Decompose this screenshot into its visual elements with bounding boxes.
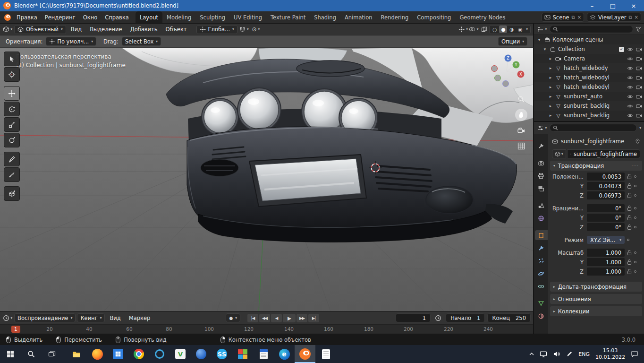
tab-object-properties[interactable]	[535, 230, 548, 240]
timeline-editor-type-button[interactable]: ▾	[2, 313, 13, 322]
animate-dot[interactable]	[634, 251, 636, 254]
transform-orientation-dropdown[interactable]: Глоба... ▾	[196, 25, 237, 34]
delete-scene-icon[interactable]: ×	[577, 15, 581, 20]
animate-dot[interactable]	[634, 194, 636, 197]
location-y-field[interactable]: 0.04073	[587, 182, 625, 190]
tab-output-properties[interactable]	[535, 171, 548, 181]
drag-mode-dropdown[interactable]: Select Box ▾	[122, 37, 161, 46]
menu-object[interactable]: Объект	[162, 26, 190, 33]
lock-icon[interactable]	[627, 268, 632, 275]
pan-gizmo-button[interactable]	[515, 109, 527, 121]
play-reverse-button[interactable]: ◀	[271, 314, 282, 322]
tab-layout[interactable]: Layout	[136, 11, 162, 23]
gizmos-toggle[interactable]: ▾	[458, 25, 468, 34]
outliner-item-mesh[interactable]: ▸ ▽ sunburst_backlig	[534, 111, 644, 120]
transform-panel-header[interactable]: ▾ Трансформация ····	[550, 161, 642, 171]
tab-shading[interactable]: Shading	[310, 11, 340, 23]
snap-toggle[interactable]: ▾	[239, 25, 249, 34]
shading-solid-button[interactable]: ●	[499, 26, 507, 33]
outliner-item-mesh[interactable]: ▸ ▽ sunburst_auto	[534, 92, 644, 101]
rotation-z-field[interactable]: 0°	[587, 223, 625, 231]
tab-tool-properties[interactable]	[535, 141, 548, 151]
outliner-root-row[interactable]: ▾ Коллекция сцены	[534, 35, 644, 44]
axis-neg-y-handle[interactable]	[495, 75, 501, 81]
lock-icon[interactable]	[627, 192, 632, 199]
ccleaner-icon[interactable]	[149, 345, 170, 363]
tab-object-data-properties[interactable]	[535, 298, 548, 308]
animate-dot[interactable]	[634, 207, 636, 209]
utorrent-icon[interactable]	[191, 345, 212, 363]
tab-compositing[interactable]: Compositing	[413, 11, 455, 23]
outliner-search-input[interactable]	[550, 25, 633, 33]
viewlayer-selector[interactable]: ViewLayer ⧉ ×	[587, 13, 641, 22]
shading-material-button[interactable]: ◑	[508, 26, 516, 33]
timeline-playhead[interactable]: 1	[11, 326, 20, 333]
menu-window[interactable]: Окно	[79, 11, 102, 24]
eye-icon[interactable]	[627, 76, 633, 80]
start-button[interactable]	[0, 345, 21, 363]
properties-editor-type-button[interactable]: ▾	[537, 123, 547, 132]
play-button[interactable]: ▶	[283, 314, 296, 322]
measure-tool[interactable]	[4, 167, 20, 182]
render-camera-icon[interactable]	[636, 47, 642, 52]
transform-tool[interactable]	[4, 133, 20, 147]
editor-type-button[interactable]: ▾	[2, 25, 13, 34]
tray-expand-icon[interactable]	[529, 353, 534, 355]
blender-menu-icon[interactable]	[2, 13, 13, 22]
outliner-item-mesh[interactable]: ▸ ▽ sunburst_backlig	[534, 101, 644, 111]
animate-dot[interactable]	[634, 261, 636, 263]
render-camera-icon[interactable]	[636, 94, 642, 99]
pen-icon[interactable]	[566, 351, 573, 357]
maximize-button[interactable]: □	[602, 0, 623, 11]
render-camera-icon[interactable]	[636, 56, 642, 61]
animate-dot[interactable]	[634, 226, 636, 228]
tab-uv-editing[interactable]: UV Editing	[229, 11, 266, 23]
zoom-gizmo-button[interactable]	[515, 93, 527, 105]
store-icon[interactable]	[108, 345, 128, 363]
triangle-right-icon[interactable]: ▸	[548, 66, 553, 70]
eye-icon[interactable]	[627, 104, 633, 108]
camera-view-button[interactable]	[515, 124, 527, 137]
chevron-down-icon[interactable]: ▾	[639, 126, 641, 130]
tab-sculpting[interactable]: Sculpting	[195, 11, 229, 23]
outliner-item-mesh[interactable]: ▸ ▽ hatch_widebodyl	[534, 82, 644, 92]
firefox-icon[interactable]	[87, 345, 108, 363]
animate-dot[interactable]	[634, 185, 636, 187]
playback-dropdown[interactable]: Воспроизведение▾	[14, 313, 76, 322]
location-z-field[interactable]: 0.06973	[587, 191, 625, 199]
pin-icon[interactable]	[635, 138, 640, 145]
item-label[interactable]: sunburst_auto	[564, 93, 602, 100]
render-camera-icon[interactable]	[636, 75, 642, 80]
lock-icon[interactable]	[627, 183, 632, 189]
cursor-tool[interactable]	[4, 67, 20, 82]
collection-checkbox[interactable]: ✓	[619, 47, 624, 52]
location-x-field[interactable]: -0.0053	[587, 173, 625, 181]
vlc-icon[interactable]: V	[170, 345, 191, 363]
object-name-field[interactable]: sunburst_foglightframe	[567, 149, 640, 158]
breadcrumb-object-name[interactable]: sunburst_foglightframe	[561, 138, 624, 145]
scale-z-field[interactable]: 1.000	[587, 268, 625, 276]
rotation-x-field[interactable]: 0°	[587, 204, 625, 212]
shading-rendered-button[interactable]: ◉	[516, 26, 524, 33]
add-cube-tool[interactable]	[4, 186, 20, 201]
auto-key-button[interactable]: ●▾	[226, 313, 240, 322]
new-scene-icon[interactable]: ⧉	[572, 15, 575, 20]
tab-modifier-properties[interactable]	[535, 243, 548, 253]
lock-icon[interactable]	[627, 250, 632, 256]
frame-end-field[interactable]: Конец250	[487, 313, 531, 322]
outliner-item-mesh[interactable]: ▸ ▽ hatch_widebodyl	[534, 73, 644, 82]
outliner-editor-type-button[interactable]: ▾	[537, 25, 547, 34]
outliner-item-mesh[interactable]: ▸ ▽ hatch_widebody	[534, 63, 644, 73]
minimize-button[interactable]: –	[582, 0, 602, 11]
skype-icon[interactable]: S	[212, 345, 232, 363]
item-label[interactable]: hatch_widebodyl	[564, 74, 610, 81]
tab-viewlayer-properties[interactable]	[535, 183, 548, 193]
lock-icon[interactable]	[627, 205, 632, 211]
menu-select[interactable]: Выделение	[86, 26, 126, 33]
render-camera-icon[interactable]	[636, 85, 642, 89]
ortho-toggle-button[interactable]	[515, 140, 527, 152]
blender-taskbar-icon[interactable]	[295, 345, 315, 363]
orientation-dropdown[interactable]: По умолч... ▾	[46, 37, 96, 46]
scene-collection-label[interactable]: Коллекция сцены	[552, 36, 603, 43]
annotate-tool[interactable]	[4, 152, 20, 166]
